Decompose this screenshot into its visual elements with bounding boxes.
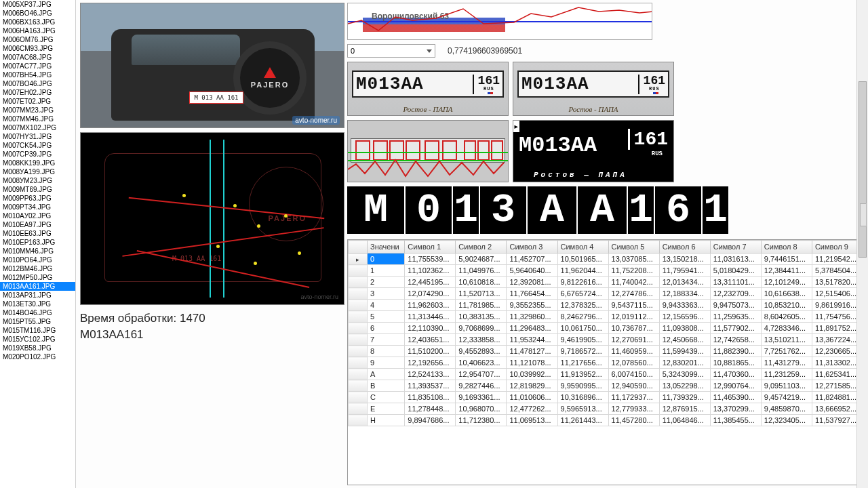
- file-list-item[interactable]: M006BX163.JPG: [0, 18, 75, 26]
- grid-cell[interactable]: 12,742658...: [710, 334, 761, 346]
- table-row[interactable]: 111,102362...11,049976...5,9640640...11,…: [349, 265, 863, 277]
- grid-cell[interactable]: 10,616638...: [761, 288, 812, 300]
- grid-cell[interactable]: 11,795941...: [659, 265, 710, 277]
- grid-row-label[interactable]: 2: [368, 277, 405, 288]
- table-row[interactable]: C11,835108...9,1693361...11,010606...10,…: [349, 392, 863, 403]
- table-row[interactable]: A12,524133...12,954707...10,039992...11,…: [349, 369, 863, 380]
- grid-cell[interactable]: 12,819829...: [507, 380, 557, 392]
- grid-cell[interactable]: 7,7251762...: [761, 346, 812, 357]
- grid-cell[interactable]: 12,192656...: [405, 357, 456, 369]
- grid-cell[interactable]: 12,019112...: [608, 311, 659, 323]
- grid-cell[interactable]: 11,313302...: [812, 357, 863, 369]
- panel-splitter-icon[interactable]: [860, 203, 867, 226]
- grid-row-label[interactable]: 4: [368, 300, 405, 311]
- grid-cell[interactable]: 12,333858...: [456, 334, 507, 346]
- table-row[interactable]: 411,962603...11,781985...9,3552355...12,…: [349, 300, 863, 311]
- grid-cell[interactable]: 11,953244...: [507, 334, 557, 346]
- window-scrollbar[interactable]: [856, 0, 868, 488]
- grid-cell[interactable]: 9,8947686...: [405, 415, 456, 426]
- grid-cell[interactable]: 12,110390...: [405, 323, 456, 334]
- grid-cell[interactable]: 12,830201...: [659, 357, 710, 369]
- grid-cell[interactable]: 11,962044...: [557, 265, 608, 277]
- file-list-item[interactable]: M012BM46.JPG: [0, 264, 75, 273]
- file-list-item[interactable]: M007CK54.JPG: [0, 141, 75, 150]
- grid-cell[interactable]: 10,968070...: [456, 403, 507, 415]
- grid-cell[interactable]: 12,940590...: [608, 380, 659, 392]
- grid-cell[interactable]: 11,712380...: [456, 415, 507, 426]
- grid-cell[interactable]: 12,156596...: [659, 311, 710, 323]
- table-row[interactable]: 312,074290...11,520713...11,766454...6,6…: [349, 288, 863, 300]
- grid-cell[interactable]: 11,913952...: [557, 369, 608, 380]
- grid-cell[interactable]: 12,188334...: [659, 288, 710, 300]
- grid-cell[interactable]: 13,150218...: [659, 253, 710, 265]
- grid-cell[interactable]: 11,219542...: [812, 253, 863, 265]
- grid-cell[interactable]: 10,610818...: [456, 277, 507, 288]
- grid-cell[interactable]: 13,510211...: [761, 334, 812, 346]
- file-list-item[interactable]: M012MP50.JPG: [0, 273, 75, 282]
- grid-row-label[interactable]: 9: [368, 357, 405, 369]
- file-list-item[interactable]: M019XB58.JPG: [0, 344, 75, 352]
- file-list-item[interactable]: M009PT34.JPG: [0, 203, 75, 211]
- grid-cell[interactable]: 9,4574219...: [761, 392, 812, 403]
- grid-cell[interactable]: 11,385455...: [710, 415, 761, 426]
- grid-cell[interactable]: 5,3243099...: [659, 369, 710, 380]
- grid-row-label[interactable]: B: [368, 380, 405, 392]
- file-list-item[interactable]: M007ET02.JPG: [0, 97, 75, 106]
- grid-cell[interactable]: 11,010606...: [507, 392, 557, 403]
- grid-column-header[interactable]: Значени: [368, 241, 405, 253]
- grid-cell[interactable]: 11,231259...: [761, 369, 812, 380]
- grid-row-label[interactable]: H: [368, 415, 405, 426]
- grid-column-header[interactable]: Символ 4: [557, 241, 608, 253]
- grid-cell[interactable]: 10,501965...: [557, 253, 608, 265]
- file-list-item[interactable]: M007AC68.JPG: [0, 53, 75, 62]
- grid-cell[interactable]: 5,0180429...: [710, 265, 761, 277]
- grid-cell[interactable]: 11,740042...: [608, 277, 659, 288]
- grid-cell[interactable]: 11,470360...: [710, 369, 761, 380]
- grid-cell[interactable]: 12,477262...: [507, 403, 557, 415]
- file-list-item[interactable]: M007MM23.JPG: [0, 106, 75, 115]
- grid-cell[interactable]: 11,064846...: [659, 415, 710, 426]
- grid-cell[interactable]: 9,7446151...: [761, 253, 812, 265]
- grid-cell[interactable]: 11,217656...: [557, 357, 608, 369]
- grid-cell[interactable]: 9,8122616...: [557, 277, 608, 288]
- grid-cell[interactable]: 10,061750...: [557, 323, 608, 334]
- file-list-item[interactable]: M006OM76.JPG: [0, 35, 75, 44]
- grid-cell[interactable]: 11,049976...: [456, 265, 507, 277]
- grid-cell[interactable]: 11,835108...: [405, 392, 456, 403]
- file-list-item[interactable]: M007MX102.JPG: [0, 123, 75, 132]
- grid-row-label[interactable]: 5: [368, 311, 405, 323]
- grid-cell[interactable]: 11,313446...: [405, 311, 456, 323]
- grid-cell[interactable]: 5,9024687...: [456, 253, 507, 265]
- table-row[interactable]: 811,510200...9,4552893...11,478127...9,7…: [349, 346, 863, 357]
- grid-cell[interactable]: 11,102362...: [405, 265, 456, 277]
- grid-column-header[interactable]: Символ 6: [659, 241, 710, 253]
- grid-cell[interactable]: 11,891752...: [812, 323, 863, 334]
- file-list-item[interactable]: M007BH54.JPG: [0, 70, 75, 79]
- chevron-down-icon[interactable]: [427, 49, 432, 53]
- grid-cell[interactable]: 11,537927...: [812, 415, 863, 426]
- grid-cell[interactable]: 12,445195...: [405, 277, 456, 288]
- grid-cell[interactable]: 11,031613...: [710, 253, 761, 265]
- grid-cell[interactable]: 13,666952...: [812, 403, 863, 415]
- file-list-item[interactable]: M010EE63.JPG: [0, 229, 75, 238]
- table-row[interactable]: 612,110390...9,7068699...11,296483...10,…: [349, 323, 863, 334]
- grid-cell[interactable]: 13,052298...: [659, 380, 710, 392]
- grid-cell[interactable]: 9,5965913...: [557, 403, 608, 415]
- file-list-item[interactable]: M009PP63.JPG: [0, 194, 75, 203]
- grid-cell[interactable]: 12,779933...: [608, 403, 659, 415]
- grid-cell[interactable]: 9,1693361...: [456, 392, 507, 403]
- grid-cell[interactable]: 13,370299...: [710, 403, 761, 415]
- grid-cell[interactable]: 12,230665...: [812, 346, 863, 357]
- file-list-item[interactable]: M010EP163.JPG: [0, 238, 75, 247]
- grid-row-label[interactable]: 7: [368, 334, 405, 346]
- grid-cell[interactable]: 13,311101...: [710, 277, 761, 288]
- table-row[interactable]: B11,393537...9,2827446...12,819829...9,9…: [349, 380, 863, 392]
- grid-cell[interactable]: 12,524133...: [405, 369, 456, 380]
- grid-cell[interactable]: 11,460959...: [608, 346, 659, 357]
- grid-cell[interactable]: 11,739329...: [659, 392, 710, 403]
- grid-cell[interactable]: 13,367224...: [812, 334, 863, 346]
- file-list-item[interactable]: M013ET30.JPG: [0, 300, 75, 308]
- grid-cell[interactable]: 11,599439...: [659, 346, 710, 357]
- grid-cell[interactable]: 11,457280...: [608, 415, 659, 426]
- grid-column-header[interactable]: Символ 8: [761, 241, 812, 253]
